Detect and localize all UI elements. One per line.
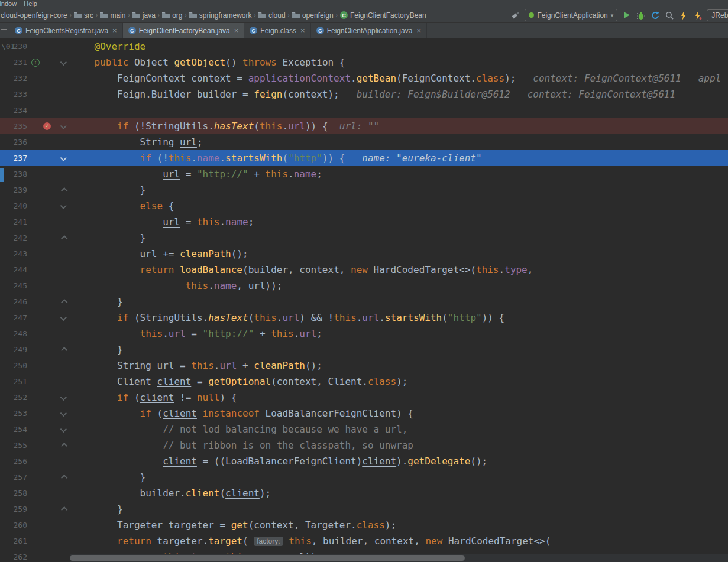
fold-zone[interactable] [58,230,70,246]
fold-zone[interactable] [58,182,70,198]
fold-zone[interactable] [58,198,70,214]
fold-zone[interactable] [58,118,70,134]
update-application-icon[interactable] [650,10,660,20]
gutter[interactable]: 240 [0,198,70,214]
line-number[interactable]: 255 [0,437,27,453]
gutter[interactable]: 234 [0,102,70,118]
fold-down-icon[interactable] [60,202,67,209]
gutter-icons[interactable] [27,405,58,421]
line-number[interactable]: 250 [0,358,27,373]
gutter[interactable]: 252 [0,389,70,405]
fold-zone[interactable] [58,373,70,389]
gutter-icons[interactable] [27,294,58,310]
line-number[interactable]: 246 [0,294,27,310]
gutter[interactable]: 248 [0,326,70,342]
gutter-icons[interactable] [27,166,58,182]
line-number[interactable]: 237 [0,150,27,166]
fold-down-icon[interactable] [60,394,67,400]
fold-up-icon[interactable] [61,235,67,242]
fold-zone[interactable] [58,517,70,533]
fold-down-icon[interactable] [60,314,67,320]
breadcrumb-item[interactable]: CFeignClientFactoryBean [338,11,428,20]
gutter-icons[interactable] [27,182,58,198]
breadcrumb-item[interactable]: springframework [187,11,254,20]
gutter[interactable]: 253 [0,405,70,421]
fold-up-icon[interactable] [61,187,67,194]
close-icon[interactable]: × [300,27,305,34]
line-number[interactable]: 231 [0,54,27,70]
gutter[interactable]: 245 [0,278,70,294]
fold-zone[interactable] [58,262,70,278]
gutter-icons[interactable] [27,246,58,262]
line-number[interactable]: 243 [0,246,27,262]
gutter-icons[interactable] [27,134,58,150]
breadcrumb-item[interactable]: java [131,11,157,20]
tab-FeignClientFactoryBean.java[interactable]: CFeignClientFactoryBean.java× [123,23,245,38]
scrollbar-thumb[interactable] [70,555,465,561]
gutter-icons[interactable] [27,373,58,389]
jrebel-button[interactable]: JRebe [707,9,728,21]
gutter[interactable]: 250 [0,358,70,373]
gutter-icons[interactable] [27,421,58,437]
line-number[interactable]: 248 [0,326,27,342]
gutter-icons[interactable] [27,262,58,278]
gutter-icons[interactable] [27,230,58,246]
line-number[interactable]: 251 [0,373,27,389]
fold-zone[interactable] [58,214,70,230]
breadcrumb-item[interactable]: org [160,11,184,20]
fold-zone[interactable] [58,54,70,70]
gutter-icons[interactable] [27,150,58,166]
fold-zone[interactable] [58,469,70,485]
fold-zone[interactable] [58,453,70,469]
menu-help[interactable]: Help [24,0,43,8]
gutter-icons[interactable] [27,469,58,485]
line-number[interactable]: 254 [0,421,27,437]
gutter[interactable]: 247 [0,310,70,326]
line-number[interactable]: 260 [0,517,27,533]
fold-down-icon[interactable] [60,425,67,432]
fold-down-icon[interactable] [60,154,67,161]
line-number[interactable]: 236 [0,134,27,150]
gutter-icons[interactable] [27,326,58,342]
run-icon[interactable] [622,10,632,20]
fold-up-icon[interactable] [61,506,67,513]
hammer-icon[interactable] [510,10,520,20]
fold-zone[interactable] [58,326,70,342]
fold-zone[interactable] [58,405,70,421]
tab-FeignClientApplication.java[interactable]: CFeignClientApplication.java× [311,23,427,38]
gutter-icons[interactable] [27,198,58,214]
gutter-icons[interactable] [27,437,58,453]
close-icon[interactable]: × [234,27,239,34]
gutter-icons[interactable]: ↑ [27,54,58,70]
gutter-icons[interactable] [27,278,58,294]
gutter[interactable]: 254 [0,421,70,437]
breadcrumb-item[interactable]: cloud [257,11,287,20]
tab-Feign.class[interactable]: CFeign.class× [244,23,310,38]
gutter[interactable]: 259 [0,501,70,517]
line-number[interactable]: 257 [0,469,27,485]
line-number[interactable]: 247 [0,310,27,326]
gutter-icons[interactable] [27,501,58,517]
search-icon[interactable] [664,10,674,20]
gutter[interactable]: 243 [0,246,70,262]
tool-window-stripe-icon[interactable] [1,29,7,30]
line-number[interactable]: 262 [0,549,27,562]
breadcrumb-item[interactable]: src [72,11,95,20]
bolt-icon[interactable] [678,10,688,20]
gutter[interactable]: 237 [0,150,70,166]
gutter[interactable]: 262 [0,549,70,562]
line-number[interactable]: 241 [0,214,27,230]
fold-zone[interactable] [58,150,70,166]
line-number[interactable]: 261 [0,533,27,549]
gutter[interactable]: 236 [0,134,70,150]
gutter[interactable]: 238 [0,166,70,182]
gutter[interactable]: 257 [0,469,70,485]
line-number[interactable]: 244 [0,262,27,278]
gutter[interactable]: 241 [0,214,70,230]
gutter[interactable]: 239 [0,182,70,198]
gutter-icons[interactable] [27,453,58,469]
fold-zone[interactable] [58,358,70,373]
close-icon[interactable]: × [112,27,117,34]
fold-zone[interactable] [58,421,70,437]
gutter[interactable]: 251 [0,373,70,389]
